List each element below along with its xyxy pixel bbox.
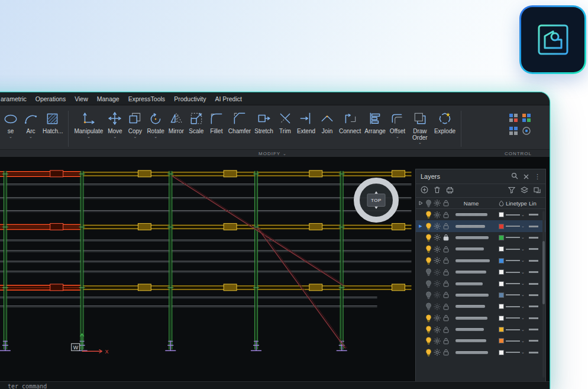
layer-lock-toggle[interactable] bbox=[442, 291, 451, 298]
tool-move[interactable]: Move⌄ bbox=[105, 110, 125, 140]
layer-visibility-toggle[interactable] bbox=[424, 280, 433, 288]
linetype-column-header[interactable]: Linetype bbox=[506, 200, 529, 207]
layer-freeze-toggle[interactable] bbox=[433, 314, 442, 322]
panel-scrollbar[interactable] bbox=[542, 211, 545, 378]
tool-se[interactable]: se⌄ bbox=[1, 110, 21, 140]
tool-mirror[interactable]: Mirror⌄ bbox=[166, 110, 186, 140]
tool-fillet[interactable]: Fillet⌄ bbox=[206, 110, 227, 140]
layer-row[interactable]: ⌄ bbox=[416, 255, 545, 266]
color-column-icon[interactable] bbox=[497, 200, 506, 207]
chevron-down-icon[interactable]: ⌄ bbox=[29, 135, 33, 140]
tool-trim[interactable]: Trim⌄ bbox=[275, 110, 295, 140]
layer-color-swatch[interactable] bbox=[497, 224, 506, 229]
layer-color-swatch[interactable] bbox=[497, 338, 506, 343]
tool-manipulate[interactable]: Manipulate⌄ bbox=[72, 110, 105, 140]
layer-visibility-toggle[interactable] bbox=[424, 326, 433, 333]
layer-color-swatch[interactable] bbox=[497, 304, 506, 309]
layer-linetype[interactable]: ⌄ bbox=[506, 316, 529, 320]
layer-row[interactable]: ⌄ bbox=[416, 301, 545, 312]
layer-row[interactable]: ⌄ bbox=[416, 232, 545, 243]
tool-copy[interactable]: Copy⌄ bbox=[125, 110, 145, 140]
command-line[interactable]: ter command bbox=[0, 381, 550, 389]
layer-freeze-toggle[interactable] bbox=[433, 246, 442, 253]
modify-section-label[interactable]: MODIFY ⌄ bbox=[259, 151, 286, 156]
layer-linetype[interactable]: ⌄ bbox=[506, 327, 529, 332]
menu-expresstools[interactable]: ExpressTools bbox=[128, 95, 165, 102]
filter-icon[interactable] bbox=[508, 185, 515, 196]
layer-freeze-toggle[interactable] bbox=[433, 326, 442, 333]
layer-row[interactable]: ⌄ bbox=[416, 243, 545, 255]
layer-walk-icon[interactable] bbox=[521, 126, 532, 136]
layer-visibility-toggle[interactable] bbox=[424, 257, 433, 265]
chevron-down-icon[interactable]: ⌄ bbox=[396, 135, 399, 140]
layer-row[interactable]: ⌄ bbox=[416, 278, 545, 289]
layer-linetype[interactable]: ⌄ bbox=[506, 281, 529, 286]
layer-lock-toggle[interactable] bbox=[442, 349, 451, 356]
lineweight-column-header[interactable]: Lin bbox=[529, 200, 545, 207]
chevron-down-icon[interactable]: ⌄ bbox=[87, 135, 91, 140]
layer-row[interactable]: ⌄ bbox=[416, 347, 545, 358]
layer-lock-toggle[interactable] bbox=[442, 223, 451, 230]
layer-states-icon[interactable] bbox=[521, 112, 532, 123]
tool-draw-order[interactable]: Draw Order⌄ bbox=[408, 110, 432, 146]
view-top-button[interactable]: TOP bbox=[367, 194, 386, 207]
layer-linetype[interactable]: ⌄ bbox=[506, 213, 529, 217]
layer-visibility-toggle[interactable] bbox=[424, 245, 433, 253]
menu-productivity[interactable]: Productivity bbox=[174, 95, 206, 102]
layer-color-swatch[interactable] bbox=[497, 258, 506, 263]
tool-arrange[interactable]: Arrange⌄ bbox=[363, 110, 387, 140]
app-logo-badge[interactable] bbox=[519, 5, 586, 74]
layer-freeze-toggle[interactable] bbox=[433, 337, 442, 345]
layer-linetype[interactable]: ⌄ bbox=[506, 258, 529, 263]
layer-linetype[interactable]: ⌄ bbox=[506, 304, 529, 309]
tool-arc[interactable]: Arc⌄ bbox=[21, 110, 41, 140]
layer-visibility-toggle[interactable] bbox=[424, 234, 433, 242]
layer-linetype[interactable]: ⌄ bbox=[506, 270, 529, 275]
layer-color-swatch[interactable] bbox=[497, 327, 506, 332]
tool-hatch[interactable]: Hatch...⌄ bbox=[41, 110, 64, 140]
tool-rotate[interactable]: Rotate⌄ bbox=[145, 110, 166, 140]
tool-explode[interactable]: Explode⌄ bbox=[432, 110, 457, 140]
layer-row[interactable]: ⌄ bbox=[416, 290, 545, 301]
layer-freeze-toggle[interactable] bbox=[433, 349, 442, 356]
view-navigation-wheel[interactable]: TOP bbox=[351, 175, 401, 225]
layer-lock-toggle[interactable] bbox=[442, 234, 451, 241]
layer-color-swatch[interactable] bbox=[497, 246, 506, 252]
close-icon[interactable] bbox=[524, 171, 529, 182]
tool-stretch[interactable]: Stretch⌄ bbox=[253, 110, 275, 140]
name-column-header[interactable]: Name bbox=[451, 200, 497, 207]
layer-lock-toggle[interactable] bbox=[442, 303, 451, 310]
layer-visibility-toggle[interactable] bbox=[424, 314, 433, 322]
layer-row[interactable]: ⌄ bbox=[416, 335, 545, 346]
layer-row[interactable]: ⌄ bbox=[416, 313, 545, 324]
layer-visibility-toggle[interactable] bbox=[424, 337, 433, 345]
layer-lock-toggle[interactable] bbox=[442, 257, 451, 264]
layer-lock-toggle[interactable] bbox=[442, 280, 451, 287]
tool-scale[interactable]: Scale⌄ bbox=[186, 110, 206, 140]
chevron-down-icon[interactable]: ⌄ bbox=[418, 141, 422, 146]
expand-chevron-icon[interactable] bbox=[417, 201, 424, 205]
scrollbar-thumb[interactable] bbox=[542, 241, 545, 304]
menu-view[interactable]: View bbox=[75, 95, 88, 102]
layer-color-swatch[interactable] bbox=[497, 350, 506, 355]
add-layer-icon[interactable] bbox=[421, 185, 428, 196]
menu-arametric[interactable]: arametric bbox=[1, 95, 27, 102]
layer-group-icon[interactable] bbox=[521, 185, 528, 196]
layer-color-swatch[interactable] bbox=[497, 235, 506, 240]
layer-freeze-toggle[interactable] bbox=[433, 303, 442, 310]
layer-lock-toggle[interactable] bbox=[442, 246, 451, 253]
layer-freeze-toggle[interactable] bbox=[433, 234, 442, 241]
tool-extend[interactable]: Extend⌄ bbox=[295, 110, 317, 140]
tool-join[interactable]: Join⌄ bbox=[317, 110, 337, 140]
chevron-down-icon[interactable]: ⌄ bbox=[133, 135, 137, 140]
menu-operations[interactable]: Operations bbox=[35, 95, 66, 102]
tool-chamfer[interactable]: Chamfer⌄ bbox=[227, 110, 253, 140]
chevron-down-icon[interactable]: ⌄ bbox=[154, 135, 157, 140]
layer-linetype[interactable]: ⌄ bbox=[506, 247, 529, 252]
layer-row[interactable]: ▶⌄ bbox=[416, 220, 545, 232]
tool-offset[interactable]: Offset⌄ bbox=[387, 110, 408, 140]
layer-row[interactable]: ⌄ bbox=[416, 266, 545, 278]
layer-lock-toggle[interactable] bbox=[442, 326, 451, 333]
layer-linetype[interactable]: ⌄ bbox=[506, 292, 529, 297]
layer-color-swatch[interactable] bbox=[497, 212, 506, 217]
